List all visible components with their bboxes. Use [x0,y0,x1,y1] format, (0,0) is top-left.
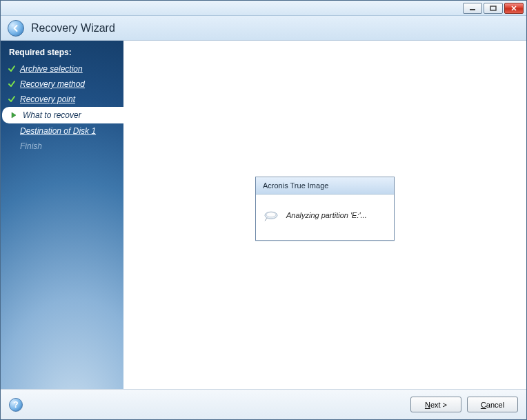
next-label: ext > [430,401,447,409]
svg-rect-1 [490,6,496,10]
step-destination-disk-1[interactable]: Destination of Disk 1 [1,123,123,139]
step-label: What to recover [23,110,81,120]
step-label: Archive selection [20,64,83,74]
wizard-body: Required steps: Archive selection Recove… [1,41,526,389]
minimize-button[interactable] [463,3,482,14]
maximize-button[interactable] [484,3,503,14]
step-label: Destination of Disk 1 [20,126,96,136]
dialog-body: Analyzing partition 'E:'... [256,194,394,240]
arrow-right-icon [9,110,19,120]
step-finish: Finish [1,139,123,154]
content-area: Acronis True Image Analyzing partition '… [123,41,526,389]
check-icon [8,95,16,103]
step-label: Finish [20,141,42,151]
progress-dialog: Acronis True Image Analyzing partition '… [255,177,395,241]
wizard-header: Recovery Wizard [1,16,526,41]
step-recovery-point[interactable]: Recovery point [1,92,123,107]
check-icon [8,65,16,73]
cancel-button[interactable]: Cancel [467,397,518,412]
svg-rect-0 [470,9,475,10]
next-button[interactable]: Next > [410,397,461,412]
step-label: Recovery method [20,79,85,89]
step-archive-selection[interactable]: Archive selection [1,61,123,77]
step-what-to-recover[interactable]: What to recover [2,107,123,123]
cancel-label: ancel [486,401,504,409]
sidebar-header: Required steps: [1,45,123,61]
spinner-icon [263,208,279,222]
help-icon: ? [13,400,18,410]
help-button[interactable]: ? [9,398,23,412]
step-label: Recovery point [20,94,75,104]
check-icon [8,80,16,88]
back-button[interactable] [8,20,24,37]
window-titlebar [1,1,526,16]
dialog-title: Acronis True Image [256,177,394,194]
step-recovery-method[interactable]: Recovery method [1,77,123,92]
svg-point-3 [266,212,276,217]
sidebar: Required steps: Archive selection Recove… [1,41,123,389]
wizard-footer: ? Next > Cancel [1,389,526,419]
close-button[interactable] [504,3,524,14]
wizard-title: Recovery Wizard [31,22,115,34]
dialog-message: Analyzing partition 'E:'... [286,211,367,219]
